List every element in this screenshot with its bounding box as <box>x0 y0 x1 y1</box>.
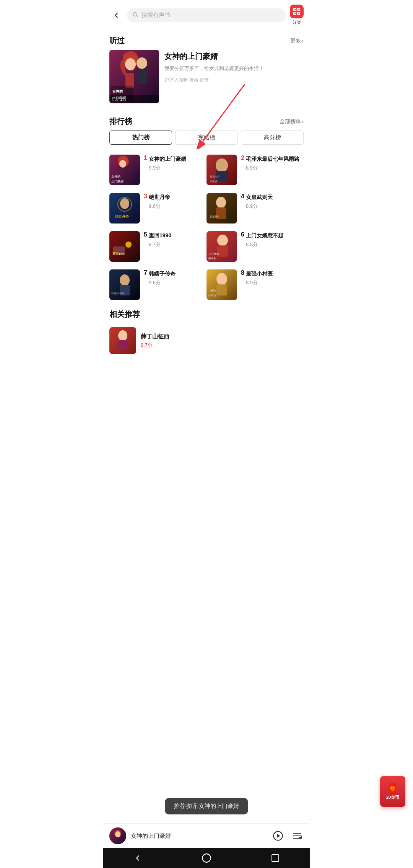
related-item-1[interactable]: 薛丁山征西 8.7分 <box>109 323 304 358</box>
svg-rect-4 <box>294 12 296 15</box>
ranking-score-1: 9.9分 <box>149 165 203 171</box>
svg-point-29 <box>120 198 129 209</box>
svg-rect-2 <box>294 8 296 11</box>
ranking-num-5: 5 <box>144 231 147 238</box>
svg-point-8 <box>125 58 136 70</box>
svg-point-19 <box>119 160 126 168</box>
ranking-num-4: 4 <box>241 193 244 200</box>
ranking-title: 排行榜 <box>109 116 132 127</box>
svg-rect-11 <box>125 73 134 88</box>
ranking-info-8: 最强小村医 8.9分 <box>246 269 301 286</box>
tab-hot[interactable]: 热门榜 <box>109 131 172 145</box>
ranking-score-2: 8.9分 <box>246 165 301 171</box>
ranking-all-icon: › <box>302 119 304 125</box>
ranking-all-label: 全部榜单 <box>280 118 301 125</box>
related-section: 薛丁山征西 8.7分 <box>103 323 310 358</box>
heard-info: 女神的上门豪婿 我要分亿万家产，给女儿和老婆更好的生活！ 27万人在听·赘婿·都… <box>164 50 304 83</box>
search-placeholder: 搜索有声书 <box>141 11 170 19</box>
svg-text:小村医: 小村医 <box>208 294 216 297</box>
ranking-book-title-4: 女皇武则天 <box>246 194 301 201</box>
ranking-book-title-8: 最强小村医 <box>246 270 301 278</box>
back-button[interactable] <box>109 8 123 22</box>
heard-cover: 女神的 上门豪婿 已听1% <box>109 50 159 103</box>
ranking-book-title-6: 上门女婿惹不起 <box>246 232 301 240</box>
heard-title: 听过 <box>109 36 125 46</box>
heard-more-link[interactable]: 更多 › <box>290 38 304 44</box>
related-section-header: 相关推荐 <box>103 304 310 323</box>
svg-text:风雨路: 风雨路 <box>210 180 218 183</box>
ranking-info-4: 女皇武则天 8.9分 <box>246 193 301 210</box>
ranking-all-link[interactable]: 全部榜单 › <box>280 118 304 125</box>
svg-point-45 <box>120 274 130 286</box>
svg-rect-5 <box>298 12 300 15</box>
ranking-book-title-1: 女神的上门豪婿 <box>149 155 203 163</box>
header: 搜索有声书 分类 <box>103 0 310 30</box>
svg-text:绝世丹帝: 绝世丹帝 <box>115 214 129 219</box>
svg-point-32 <box>216 197 226 208</box>
search-bar[interactable]: 搜索有声书 <box>127 8 286 22</box>
ranking-item-3[interactable]: 绝世丹帝 3 绝世丹帝 9.6分 <box>109 189 206 227</box>
heard-card[interactable]: 女神的 上门豪婿 已听1% 女神的上门豪婿 我要分亿万家产，给女儿和老婆更好的生… <box>109 50 304 103</box>
svg-point-23 <box>216 158 228 172</box>
ranking-score-5: 9.7分 <box>149 241 203 248</box>
ranking-cover-6: 上门女婿 惹不起 <box>206 231 237 262</box>
ranking-num-8: 8 <box>241 269 244 276</box>
ranking-num-3: 3 <box>144 193 147 200</box>
svg-text:女神的: 女神的 <box>112 90 123 93</box>
ranking-num-6: 6 <box>241 231 244 238</box>
svg-rect-50 <box>216 284 227 295</box>
ranking-score-6: 8.8分 <box>246 241 301 248</box>
ranking-section-header: 排行榜 全部榜单 › <box>103 111 310 131</box>
svg-text:上门豪婿: 上门豪婿 <box>111 179 124 183</box>
ranking-cover-1: 女神的 上门豪婿 <box>109 155 140 185</box>
svg-text:韩瞎子传奇: 韩瞎子传奇 <box>111 292 125 295</box>
svg-rect-3 <box>298 8 300 11</box>
heard-book-title: 女神的上门豪婿 <box>164 51 304 62</box>
ranking-item-7[interactable]: 韩瞎子传奇 7 韩瞎子传奇 9.6分 <box>109 266 206 304</box>
ranking-item-8[interactable]: 最强 小村医 8 最强小村医 8.9分 <box>206 266 304 304</box>
svg-text:女神的: 女神的 <box>111 175 120 178</box>
ranking-info-3: 绝世丹帝 9.6分 <box>149 193 203 210</box>
svg-text:上门女婿: 上门女婿 <box>208 253 219 256</box>
ranking-cover-8: 最强 小村医 <box>206 269 237 300</box>
related-title: 相关推荐 <box>109 309 140 320</box>
ranking-score-3: 9.6分 <box>149 203 203 210</box>
ranking-cover-2: 最后七年 风雨路 <box>206 155 237 185</box>
svg-rect-35 <box>109 231 140 262</box>
category-label: 分类 <box>292 19 301 26</box>
ranking-book-title-2: 毛泽东最后七年风雨路 <box>246 155 301 163</box>
ranking-item-6[interactable]: 上门女婿 惹不起 6 上门女婿惹不起 8.8分 <box>206 227 304 266</box>
ranking-item-2[interactable]: 最后七年 风雨路 2 毛泽东最后七年风雨路 8.9分 <box>206 151 304 189</box>
ranking-item-4[interactable]: 武则天 4 女皇武则天 8.9分 <box>206 189 304 227</box>
ranking-grid: 女神的 上门豪婿 1 女神的上门豪婿 9.9分 <box>103 151 310 304</box>
svg-text:重回1990: 重回1990 <box>112 252 125 256</box>
ranking-cover-5: 重回1990 <box>109 231 140 262</box>
ranking-item-5[interactable]: 重回1990 5 重回1990 9.7分 <box>109 227 206 266</box>
svg-point-36 <box>125 241 132 248</box>
heard-book-desc: 我要分亿万家产，给女儿和老婆更好的生活！ <box>164 65 304 72</box>
heard-section-header: 听过 更多 › <box>103 30 310 50</box>
svg-text:惹不起: 惹不起 <box>208 257 216 259</box>
svg-point-54 <box>118 330 127 341</box>
svg-point-49 <box>216 273 227 285</box>
svg-text:武则天: 武则天 <box>210 215 219 219</box>
tab-complete[interactable]: 完结榜 <box>175 131 238 145</box>
ranking-info-5: 重回1990 9.7分 <box>149 231 203 248</box>
svg-rect-55 <box>118 340 127 350</box>
ranking-cover-7: 韩瞎子传奇 <box>109 269 140 300</box>
ranking-item-1[interactable]: 女神的 上门豪婿 1 女神的上门豪婿 9.9分 <box>109 151 206 189</box>
related-score-1: 8.7分 <box>141 342 304 349</box>
ranking-score-8: 8.9分 <box>246 279 301 286</box>
ranking-score-7: 9.6分 <box>149 279 203 286</box>
svg-point-9 <box>137 57 147 69</box>
related-book-title-1: 薛丁山征西 <box>141 333 304 340</box>
tab-highscore[interactable]: 高分榜 <box>241 131 304 145</box>
ranking-tabs: 热门榜 完结榜 高分榜 <box>103 131 310 145</box>
ranking-cover-3: 绝世丹帝 <box>109 193 140 224</box>
svg-text:最强: 最强 <box>210 289 216 292</box>
ranking-info-2: 毛泽东最后七年风雨路 8.9分 <box>246 155 301 171</box>
related-cover-1 <box>109 327 136 354</box>
category-icon-bg <box>290 5 304 18</box>
ranking-book-title-3: 绝世丹帝 <box>149 194 203 201</box>
category-button[interactable]: 分类 <box>290 5 304 26</box>
